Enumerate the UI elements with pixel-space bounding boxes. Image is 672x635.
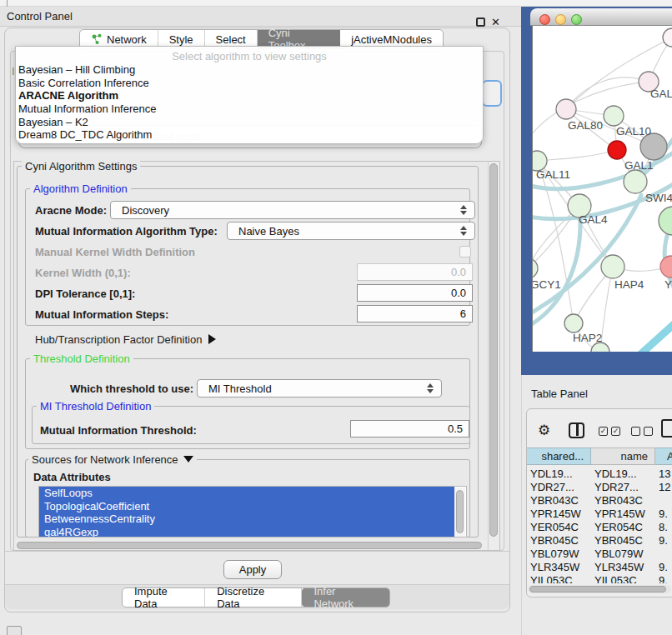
node-hap4[interactable] xyxy=(601,255,624,278)
table-horizontal-scrollbar-thumb[interactable] xyxy=(529,586,666,592)
checkbox-checked-icon[interactable]: ✓ xyxy=(611,427,620,436)
window-close-button[interactable] xyxy=(539,14,550,25)
float-window-icon[interactable] xyxy=(476,18,485,27)
network-canvas[interactable]: GAL GAL80 GAL10 GAL1 GAL11 SWI4 GAL4 GCY… xyxy=(532,26,672,352)
node-hap2[interactable] xyxy=(564,314,583,332)
mi-algorithm-type-select[interactable]: Naive Bayes xyxy=(227,222,475,240)
hub-definition-toggle[interactable]: Hub/Transcription Factor Definition xyxy=(35,333,216,346)
tab-impute-data[interactable]: Impute Data xyxy=(123,588,205,607)
window-zoom-button[interactable] xyxy=(571,14,582,25)
cell[interactable]: YER054C xyxy=(530,521,590,534)
mi-algorithm-type-value: Naive Bayes xyxy=(238,225,299,238)
node-swi4[interactable] xyxy=(624,170,647,193)
data-attributes-label: Data Attributes xyxy=(33,471,111,483)
divider xyxy=(5,551,509,552)
list-item-selfloops[interactable]: SelfLoops xyxy=(39,487,454,500)
cell[interactable]: 9. xyxy=(659,534,672,548)
list-item-gal4rgexp[interactable]: gal4RGexp xyxy=(39,526,454,538)
column-header-partial[interactable]: A xyxy=(655,448,672,465)
algorithm-option-mutual-information[interactable]: Mutual Information Inference xyxy=(16,102,483,116)
table-row[interactable]: YPR145W YPR145W 9. xyxy=(527,508,672,521)
cell[interactable]: YLR345W xyxy=(594,561,654,574)
cell[interactable]: YDL19... xyxy=(594,468,654,481)
cell[interactable]: 9. xyxy=(659,574,672,583)
table-row[interactable]: YDL19... YDL19... 13 xyxy=(527,468,672,481)
node-salmon[interactable] xyxy=(660,256,672,278)
cell[interactable]: YBR045C xyxy=(530,534,590,548)
bottom-left-grip[interactable] xyxy=(7,626,22,635)
table-row[interactable]: YBR045C YBR045C 9. xyxy=(527,534,672,548)
spinner-icon xyxy=(460,205,467,215)
table-row[interactable]: YBL079W YBL079W xyxy=(527,548,672,561)
algorithm-option-bayesian-k2[interactable]: Bayesian – K2 xyxy=(16,116,483,129)
cell[interactable]: YBR045C xyxy=(594,534,654,548)
cell[interactable] xyxy=(659,548,672,561)
which-threshold-select[interactable]: MI Threshold xyxy=(197,379,442,398)
cell[interactable]: YPR145W xyxy=(530,508,590,521)
cell[interactable]: YLR345W xyxy=(530,561,590,574)
attribute-list-scrollbar[interactable] xyxy=(454,488,465,538)
cell[interactable]: YIL053C xyxy=(594,574,654,583)
table-row[interactable]: YER054C YER054C 8. xyxy=(527,521,672,534)
cell[interactable]: YDR27... xyxy=(594,481,654,494)
list-item-betweennesscentrality[interactable]: BetweennessCentrality xyxy=(39,512,454,526)
focused-button-partial[interactable] xyxy=(482,80,502,107)
algorithm-option-basic-correlation[interactable]: Basic Correlation Inference xyxy=(16,77,483,90)
list-item-topologicalcoefficient[interactable]: TopologicalCoefficient xyxy=(39,500,454,513)
tab-discretize-data[interactable]: Discretize Data xyxy=(205,588,302,607)
cell[interactable]: 8. xyxy=(659,521,672,534)
document-icon[interactable] xyxy=(661,419,672,438)
cell[interactable]: YBL079W xyxy=(594,548,654,561)
column-header-name[interactable]: name xyxy=(591,448,655,465)
mi-steps-field[interactable]: 6 xyxy=(357,305,473,322)
window-minimize-button[interactable] xyxy=(555,14,566,25)
node-gal1[interactable] xyxy=(608,141,626,159)
expand-down-icon[interactable] xyxy=(183,456,193,462)
cell[interactable]: YDL19... xyxy=(530,468,590,481)
cell[interactable] xyxy=(659,494,672,508)
algorithm-option-bayesian-hill-climbing[interactable]: Bayesian – Hill Climbing xyxy=(16,63,483,77)
node-gcy1[interactable] xyxy=(533,258,538,278)
column-header-shared-name[interactable]: shared... xyxy=(527,448,591,465)
cell[interactable]: 9. xyxy=(659,508,672,521)
node-top-right[interactable] xyxy=(663,28,672,47)
horizontal-scrollbar-thumb[interactable] xyxy=(17,542,482,549)
cell[interactable]: YER054C xyxy=(594,521,654,534)
cell[interactable]: YBR043C xyxy=(530,494,590,508)
algorithm-option-aracne[interactable]: ARACNE Algorithm xyxy=(16,89,483,102)
columns-icon[interactable] xyxy=(569,422,584,438)
node-big-green[interactable] xyxy=(659,207,672,235)
close-icon[interactable]: ✕ xyxy=(491,16,500,28)
aracne-mode-select[interactable]: Discovery xyxy=(110,201,475,219)
network-window-titlebar[interactable] xyxy=(530,8,672,26)
expand-right-icon[interactable] xyxy=(208,334,216,344)
table-row[interactable]: YDR27... YDR27... 12 xyxy=(527,481,672,494)
tab-infer-network[interactable]: Infer Network xyxy=(302,588,389,607)
dpi-tolerance-field[interactable]: 0.0 xyxy=(357,284,473,302)
node-gal80[interactable] xyxy=(556,99,576,119)
sources-title[interactable]: Sources for Network Inference xyxy=(28,453,197,466)
algorithm-option-dream8[interactable]: Dream8 DC_TDC Algorithm xyxy=(16,128,483,142)
cell[interactable]: 13 xyxy=(659,468,672,481)
manual-kernel-width-checkbox xyxy=(459,246,471,258)
checkbox-unchecked-icon[interactable] xyxy=(644,427,653,436)
aracne-mode-label: Aracne Mode: xyxy=(35,204,107,217)
apply-button[interactable]: Apply xyxy=(223,560,282,579)
table-row[interactable]: YBR043C YBR043C xyxy=(527,494,672,508)
attribute-list-scrollbar-thumb[interactable] xyxy=(456,490,464,533)
cell[interactable]: 12 xyxy=(659,481,672,494)
mi-threshold-field[interactable]: 0.5 xyxy=(350,420,469,438)
cell[interactable]: YPR145W xyxy=(594,508,654,521)
gear-icon[interactable]: ⚙ xyxy=(538,422,550,439)
checkbox-checked-icon[interactable]: ✓ xyxy=(599,427,608,436)
node-gal10[interactable] xyxy=(604,106,624,126)
table-row[interactable]: YIL053C YIL053C 9. xyxy=(527,574,672,583)
cell[interactable]: YBL079W xyxy=(530,548,590,561)
table-row[interactable]: YLR345W YLR345W 9. xyxy=(527,561,672,574)
checkbox-unchecked-icon[interactable] xyxy=(631,427,640,436)
cell[interactable]: 9. xyxy=(659,561,672,574)
cell[interactable]: YBR043C xyxy=(594,494,654,508)
cell[interactable]: YIL053C xyxy=(530,574,590,583)
vertical-scrollbar-thumb[interactable] xyxy=(489,163,498,537)
cell[interactable]: YDR27... xyxy=(530,481,590,494)
